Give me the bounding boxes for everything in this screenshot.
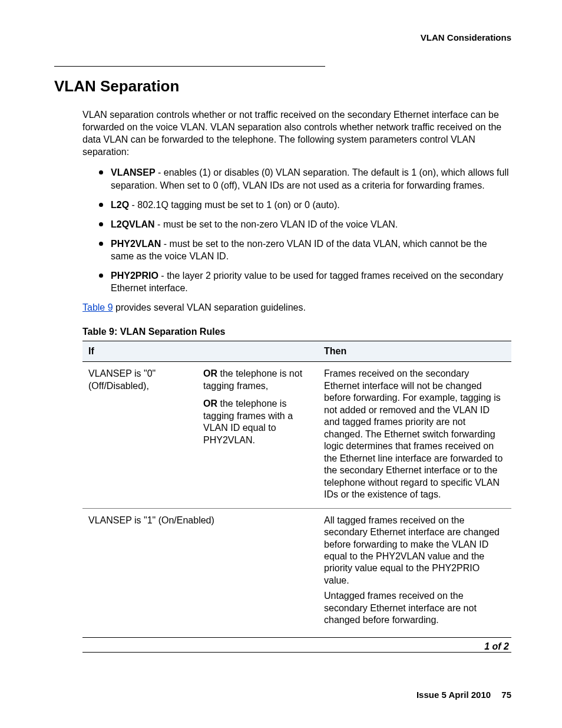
param-desc: - must be set to the non-zero VLAN ID of… [111,239,487,261]
param-desc: - enables (1) or disables (0) VLAN separ… [111,167,509,190]
param-desc: - the layer 2 priority value to be used … [111,271,503,293]
param-desc: - must be set to the non-zero VLAN ID of… [155,219,398,229]
cell-then: Frames received on the secondary Etherne… [318,362,511,508]
or-keyword: OR [203,398,217,409]
then-p1: All tagged frames received on the second… [324,515,505,587]
page-footer: Issue 5 April 2010 75 [416,690,511,700]
param-name: L2Q [111,200,129,210]
cell-if-a: VLANSEP is "1" (On/Enabled) [82,508,318,637]
then-p2: Untagged frames received on the secondar… [324,590,505,626]
or-clause: the telephone is not tagging frames, [203,368,302,390]
list-item: L2QVLAN - must be set to the non-zero VL… [99,218,511,230]
or-keyword: OR [203,368,217,378]
col-header-if: If [82,341,318,362]
list-item: L2Q - 802.1Q tagging must be set to 1 (o… [99,199,511,211]
cell-then: All tagged frames received on the second… [318,508,511,637]
table-caption: Table 9: VLAN Separation Rules [82,327,511,337]
cell-if-a: VLANSEP is "0" (Off/Disabled), [82,362,197,508]
col-header-then: Then [318,341,511,362]
table-pager: 1 of 2 [82,638,511,653]
param-name: PHY2VLAN [111,239,161,249]
table-9-link[interactable]: Table 9 [82,302,113,312]
table-row: VLANSEP is "1" (On/Enabled) All tagged f… [82,508,511,637]
list-item: VLANSEP - enables (1) or disables (0) VL… [99,166,511,191]
section-title: VLAN Separation [54,77,511,95]
param-name: PHY2PRIO [111,271,158,281]
footer-page-number: 75 [501,690,511,700]
param-name: L2QVLAN [111,219,155,229]
footer-issue-date: Issue 5 April 2010 [416,690,491,700]
heading-rule [54,66,325,67]
xref-paragraph: Table 9 provides several VLAN separation… [82,301,511,314]
intro-paragraph: VLAN separation controls whether or not … [82,108,511,158]
parameter-list: VLANSEP - enables (1) or disables (0) VL… [99,166,511,294]
table-row: VLANSEP is "0" (Off/Disabled), OR the te… [82,362,511,508]
param-name: VLANSEP [111,167,156,177]
page: VLAN Considerations VLAN Separation VLAN… [0,0,562,728]
list-item: PHY2PRIO - the layer 2 priority value to… [99,269,511,294]
list-item: PHY2VLAN - must be set to the non-zero V… [99,238,511,262]
param-desc: - 802.1Q tagging must be set to 1 (on) o… [129,200,340,210]
body-content: VLAN separation controls whether or not … [82,108,511,653]
xref-tail: provides several VLAN separation guideli… [113,302,306,312]
cell-if-b: OR the telephone is not tagging frames, … [197,362,318,508]
running-head: VLAN Considerations [54,32,511,42]
vlan-separation-rules-table: If Then VLANSEP is "0" (Off/Disabled), O… [82,341,511,637]
